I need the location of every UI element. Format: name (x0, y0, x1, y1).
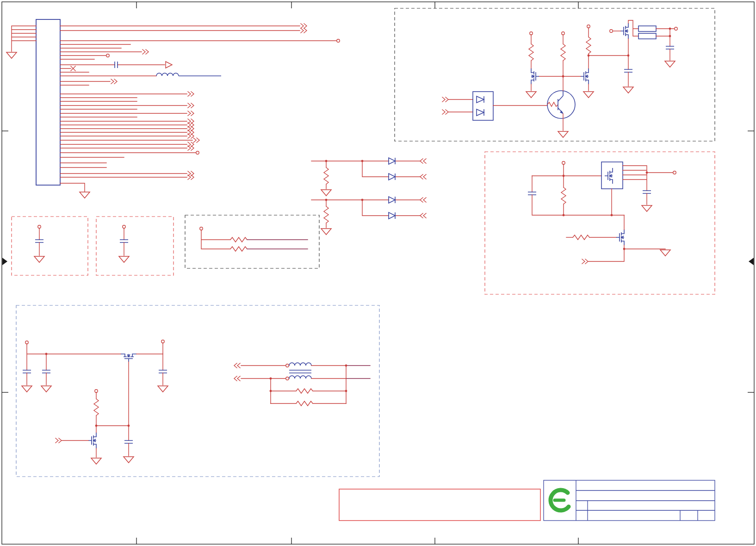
resistor-symbol (230, 237, 247, 242)
capacitor-symbol (42, 370, 50, 373)
ground-symbol (526, 92, 536, 98)
pullup-resistor-mid (561, 32, 565, 91)
capacitor-symbol (115, 62, 118, 68)
capacitor-symbol (23, 370, 31, 373)
ic-offpage-connectors (106, 24, 340, 180)
transformer-core (289, 370, 311, 373)
zone-marker-right (749, 258, 754, 265)
section-outline (485, 152, 715, 294)
section-outline (12, 217, 88, 275)
section-outline (185, 215, 319, 268)
mosfet-symbol (531, 68, 539, 84)
capacitor-symbol (35, 240, 43, 242)
notes-box (339, 489, 540, 521)
ground-symbol (158, 386, 168, 392)
net-pin (337, 39, 340, 42)
inductor-symbol (156, 73, 179, 76)
schematic-canvas (0, 0, 756, 546)
gate-drive-circuit (56, 362, 134, 464)
ground-symbol (41, 386, 51, 392)
resistor-symbol (324, 168, 328, 184)
capacitor-symbol (624, 69, 632, 72)
resistor-symbol (296, 389, 313, 393)
mcu-block (6, 19, 340, 198)
transformer-winding (289, 376, 311, 378)
packaged-mosfet (601, 162, 623, 189)
ground-symbol (558, 131, 568, 137)
company-logo (551, 490, 569, 510)
switch-section (485, 152, 715, 294)
ground-symbol (80, 192, 90, 198)
diode-symbol (389, 212, 395, 219)
net-pin (196, 151, 199, 154)
bjt-transistor (547, 91, 575, 118)
ground-symbol (22, 386, 32, 392)
dual-diode-package (473, 92, 493, 120)
ground-symbol (623, 87, 633, 93)
capacitor-symbol (159, 370, 167, 373)
no-connect-mark (71, 66, 75, 71)
ground-symbol (321, 229, 331, 235)
power-input-section (16, 305, 379, 477)
resistor-pack (638, 33, 656, 39)
ground-symbol (583, 92, 594, 98)
pullup-resistor-right (586, 25, 591, 68)
winding-pin (286, 364, 289, 367)
mosfet-symbol (616, 230, 624, 245)
ground-symbol (665, 61, 675, 67)
series-resistor-box (185, 215, 319, 268)
resistor-pack (638, 26, 656, 31)
mosfet-symbol (581, 68, 589, 84)
mosfet-symbol (620, 23, 628, 39)
capacitor-symbol (124, 441, 133, 443)
diode-symbol (389, 174, 395, 180)
capacitor-symbol (643, 191, 651, 193)
ground-symbol (6, 52, 17, 58)
resistor-symbol (561, 187, 566, 204)
ground-symbol (119, 256, 129, 262)
ic-left-power-pins (6, 26, 36, 58)
schematic-sheet (0, 0, 756, 546)
ground-symbol (91, 458, 101, 464)
resistor-symbol (324, 206, 328, 223)
capacitor-symbol (120, 240, 128, 242)
decoupling-box-2 (96, 217, 174, 275)
mosfet-symbol (88, 433, 96, 448)
ic-symbol (36, 19, 60, 185)
section-outline (96, 217, 174, 275)
decoupling-box-1 (12, 217, 88, 275)
transformer-winding (289, 363, 311, 366)
winding-pin (286, 377, 289, 380)
diode-array-2 (311, 197, 426, 235)
net-pin (106, 54, 109, 57)
title-block (544, 480, 715, 521)
offsheet-arrow (166, 62, 172, 68)
diode-array-1 (311, 158, 426, 196)
high-side-pfet (610, 20, 677, 93)
driver-section (395, 8, 715, 141)
input-filter (22, 341, 121, 392)
zone-marker-left (2, 258, 7, 265)
capacitor-symbol (528, 192, 536, 195)
section-outline (395, 8, 715, 141)
resistor-symbol (94, 399, 99, 416)
resistor-symbol (230, 247, 247, 251)
ic-right-pin-wires (60, 26, 337, 198)
capacitor-symbol (666, 46, 674, 49)
diode-symbol (389, 158, 395, 164)
resistor-symbol (296, 401, 313, 406)
diode-symbol (389, 197, 395, 203)
pullup-resistor-left (529, 32, 533, 68)
resistor-symbol (573, 235, 589, 240)
ground-symbol (642, 205, 652, 211)
ground-symbol (34, 256, 44, 262)
ground-symbol (660, 250, 670, 256)
series-pass-mosfet (121, 354, 136, 362)
common-mode-choke-circuit (234, 363, 370, 406)
ground-symbol (321, 190, 331, 196)
ground-symbol (124, 457, 134, 463)
